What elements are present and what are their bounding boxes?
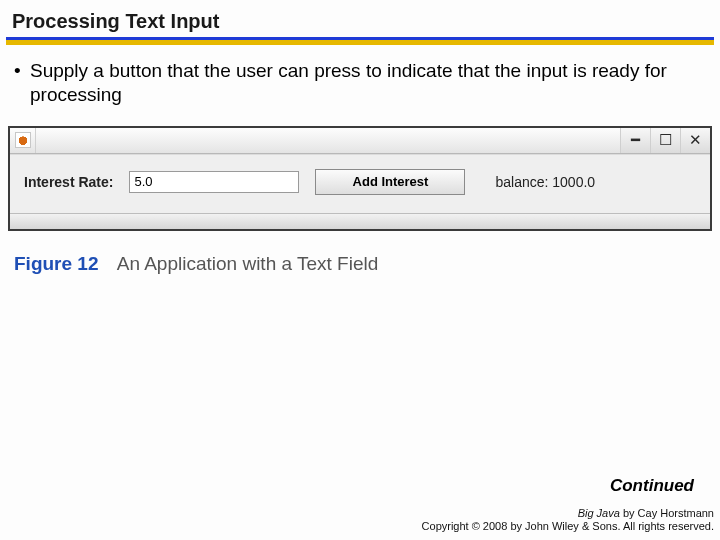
bullet-dot: • — [14, 59, 30, 108]
copyright-block: Big Java by Cay Horstmann Copyright © 20… — [422, 507, 714, 535]
window-content: Interest Rate: Add Interest balance: 100… — [10, 154, 710, 213]
copyright-line2: Copyright © 2008 by John Wiley & Sons. A… — [422, 520, 714, 534]
window-statusbar — [10, 213, 710, 229]
interest-rate-input[interactable] — [129, 171, 299, 193]
window-titlebar: ━ ☐ ✕ — [10, 128, 710, 154]
bullet-list: • Supply a button that the user can pres… — [0, 59, 720, 108]
figure-caption-text: An Application with a Text Field — [117, 253, 379, 274]
maximize-button[interactable]: ☐ — [650, 128, 680, 153]
continued-label: Continued — [610, 476, 694, 496]
book-title: Big Java — [578, 507, 620, 519]
figure-caption: Figure 12 An Application with a Text Fie… — [14, 253, 706, 275]
divider-gold — [6, 40, 714, 45]
slide-heading: Processing Text Input — [0, 0, 720, 37]
copyright-line1: Big Java by Cay Horstmann — [422, 507, 714, 521]
list-item: • Supply a button that the user can pres… — [14, 59, 702, 108]
balance-text: balance: 1000.0 — [495, 174, 595, 190]
app-window: ━ ☐ ✕ Interest Rate: Add Interest balanc… — [8, 126, 712, 231]
java-cup-icon — [15, 132, 31, 148]
titlebar-spacer — [36, 128, 620, 153]
bullet-text: Supply a button that the user can press … — [30, 59, 702, 108]
interest-rate-label: Interest Rate: — [24, 174, 113, 190]
minimize-button[interactable]: ━ — [620, 128, 650, 153]
add-interest-button[interactable]: Add Interest — [315, 169, 465, 195]
figure-label: Figure 12 — [14, 253, 98, 274]
book-author: by Cay Horstmann — [620, 507, 714, 519]
close-button[interactable]: ✕ — [680, 128, 710, 153]
app-icon — [10, 128, 36, 153]
